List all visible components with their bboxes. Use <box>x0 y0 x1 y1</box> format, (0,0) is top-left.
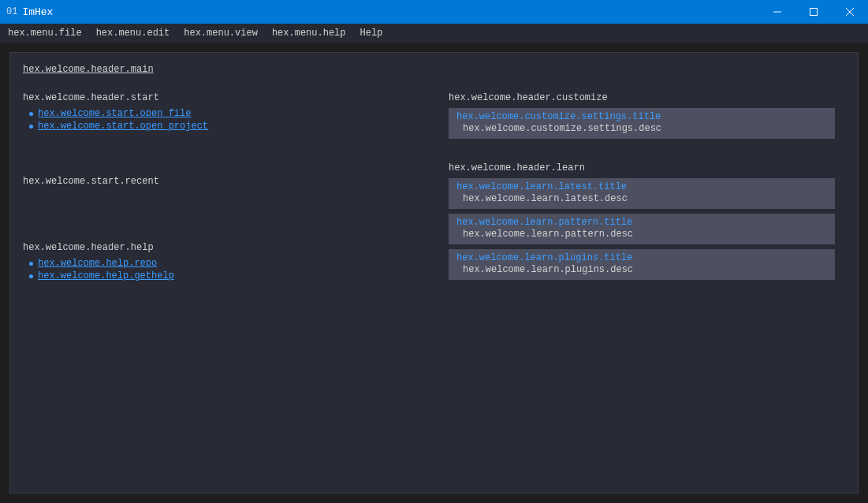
title-prefix: 01 <box>6 6 17 17</box>
menu-edit[interactable]: hex.menu.edit <box>96 28 170 39</box>
minimize-icon <box>773 8 781 16</box>
customize-settings-card[interactable]: hex.welcome.customize.settings.title hex… <box>449 108 835 139</box>
window-controls <box>759 0 868 24</box>
recent-section: hex.welcome.start.recent <box>23 176 425 187</box>
titlebar-left: 01 ImHex <box>0 6 53 18</box>
svg-rect-1 <box>810 9 818 16</box>
learn-pattern-title: hex.welcome.learn.pattern.title <box>456 217 827 228</box>
maximize-icon <box>810 8 818 16</box>
open-project-label: hex.welcome.start.open_project <box>38 121 208 132</box>
learn-header: hex.welcome.header.learn <box>449 162 845 173</box>
help-gethelp-link[interactable]: hex.welcome.help.gethelp <box>29 270 425 281</box>
learn-latest-card[interactable]: hex.welcome.learn.latest.title hex.welco… <box>449 178 835 209</box>
recent-header: hex.welcome.start.recent <box>23 176 425 187</box>
learn-plugins-title: hex.welcome.learn.plugins.title <box>456 252 827 263</box>
bullet-icon <box>29 274 33 278</box>
bullet-icon <box>29 125 33 129</box>
window-titlebar: 01 ImHex <box>0 0 868 24</box>
start-header: hex.welcome.header.start <box>23 92 425 103</box>
start-section: hex.welcome.header.start hex.welcome.sta… <box>23 92 425 132</box>
open-project-link[interactable]: hex.welcome.start.open_project <box>29 121 425 132</box>
welcome-left-column: hex.welcome.header.start hex.welcome.sta… <box>23 92 425 313</box>
customize-section: hex.welcome.header.customize hex.welcome… <box>449 92 845 139</box>
help-header: hex.welcome.header.help <box>23 242 425 253</box>
learn-pattern-card[interactable]: hex.welcome.learn.pattern.title hex.welc… <box>449 214 835 244</box>
customize-settings-desc: hex.welcome.customize.settings.desc <box>463 123 827 134</box>
menu-help-2[interactable]: Help <box>360 28 383 39</box>
help-repo-link[interactable]: hex.welcome.help.repo <box>29 258 425 269</box>
welcome-right-column: hex.welcome.header.customize hex.welcome… <box>449 92 845 313</box>
help-gethelp-label: hex.welcome.help.gethelp <box>38 270 174 281</box>
learn-latest-title: hex.welcome.learn.latest.title <box>456 181 827 192</box>
learn-pattern-desc: hex.welcome.learn.pattern.desc <box>463 229 827 240</box>
open-file-label: hex.welcome.start.open_file <box>38 108 191 119</box>
window-title: ImHex <box>22 6 53 18</box>
customize-header: hex.welcome.header.customize <box>449 92 845 103</box>
menu-file[interactable]: hex.menu.file <box>8 28 82 39</box>
bullet-icon <box>29 262 33 266</box>
open-file-link[interactable]: hex.welcome.start.open_file <box>29 108 425 119</box>
learn-plugins-desc: hex.welcome.learn.plugins.desc <box>463 264 827 275</box>
learn-plugins-card[interactable]: hex.welcome.learn.plugins.title hex.welc… <box>449 249 835 280</box>
learn-latest-desc: hex.welcome.learn.latest.desc <box>463 193 827 204</box>
menu-help[interactable]: hex.menu.help <box>272 28 346 39</box>
menu-view[interactable]: hex.menu.view <box>184 28 258 39</box>
menubar: hex.menu.file hex.menu.edit hex.menu.vie… <box>0 24 868 43</box>
content-area: hex.welcome.header.main hex.welcome.head… <box>0 43 868 503</box>
welcome-header-main: hex.welcome.header.main <box>23 64 845 75</box>
close-icon <box>846 8 854 16</box>
bullet-icon <box>29 112 33 116</box>
help-section: hex.welcome.header.help hex.welcome.help… <box>23 242 425 281</box>
close-button[interactable] <box>832 0 868 24</box>
help-repo-label: hex.welcome.help.repo <box>38 258 157 269</box>
learn-section: hex.welcome.header.learn hex.welcome.lea… <box>449 162 845 280</box>
welcome-columns: hex.welcome.header.start hex.welcome.sta… <box>23 92 845 313</box>
welcome-panel: hex.welcome.header.main hex.welcome.head… <box>9 52 859 494</box>
minimize-button[interactable] <box>759 0 795 24</box>
customize-settings-title: hex.welcome.customize.settings.title <box>456 111 827 122</box>
maximize-button[interactable] <box>795 0 832 24</box>
